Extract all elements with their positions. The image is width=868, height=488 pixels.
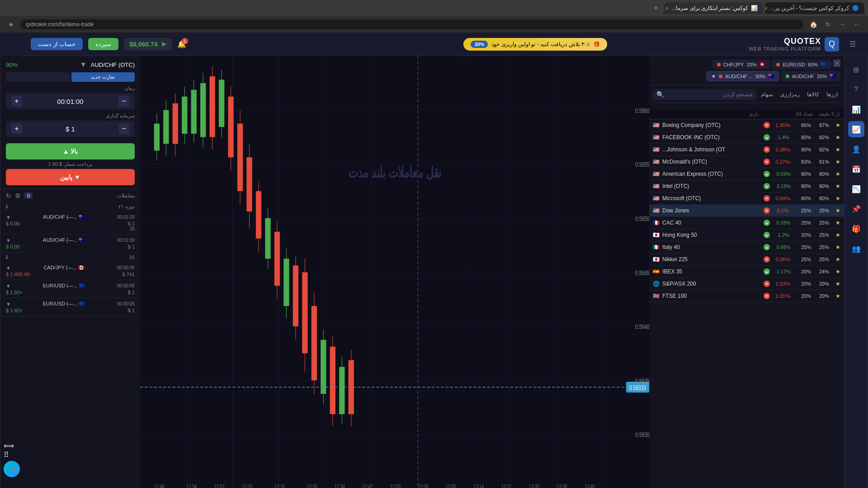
star-icon-13[interactable]: ★ (833, 281, 840, 287)
bookmark-button[interactable]: ★ (5, 20, 17, 29)
star-icon-6[interactable]: ★ (833, 195, 840, 202)
collapse-icon-3[interactable]: ▼ (6, 265, 11, 271)
star-icon-4[interactable]: ★ (833, 171, 840, 177)
star-icon-14[interactable]: ★ (833, 293, 840, 299)
asset-tab-eurusd[interactable]: EUR/USD 60% 🇪🇺 (772, 60, 831, 69)
asset-row-9[interactable]: ★ 25% 20% 1.2% ▲ Hong Kong 50 🇯🇵 (649, 229, 844, 241)
svg-text:11:46: 11:46 (154, 483, 165, 488)
collapse-icon-5[interactable]: ▼ (6, 301, 11, 307)
filter-stocks[interactable]: سهام (758, 90, 776, 99)
deal-amount-2: 1 $ (128, 244, 135, 249)
sidebar-item-gift[interactable]: 🎁 (848, 221, 864, 237)
direction-icon-1: ▲ (764, 134, 770, 141)
star-icon-7[interactable]: ★ (833, 207, 840, 214)
account-button[interactable]: حساب از دست (31, 38, 83, 50)
svg-text:12:50: 12:50 (390, 483, 401, 488)
direction-icon-6: ▼ (764, 195, 770, 202)
up-button[interactable]: بالا ▲ (6, 143, 135, 160)
asset-row-2[interactable]: ★ 82% 80% -2.38% ▼ Johnson & Johnson (OT… (649, 144, 844, 156)
drag-icon[interactable]: ⠿ (4, 450, 9, 459)
sidebar-item-calendar[interactable]: 📅 (848, 161, 864, 177)
asset-list: ★ 87% 86% -1.95% ▼ Boeing Company (OTC) … (649, 119, 844, 488)
collapse-icon-4[interactable]: ▼ (6, 283, 11, 289)
star-icon-9[interactable]: ★ (833, 232, 840, 238)
asset-row-11[interactable]: ★ 25% 25% -0.36% ▼ Nikkei 225 🇯🇵 (649, 253, 844, 266)
collapse-icon-1[interactable]: ▼ (6, 215, 11, 220)
star-icon-3[interactable]: ★ (833, 159, 840, 165)
collapse-icon-2[interactable]: ▼ (6, 238, 11, 243)
star-icon-12[interactable]: ★ (833, 268, 840, 275)
asset-row-14[interactable]: ★ 20% 20% -1.01% ▼ FTSE 100 🇬🇧 (649, 290, 844, 302)
back-button[interactable]: ← (851, 20, 863, 29)
asset-row-10[interactable]: ★ 25% 25% 0.88% ▲ Italy 40 🇮🇹 (649, 241, 844, 253)
asset-tab-chfjpy[interactable]: CHF/JPY 20% 🇨🇭 (712, 60, 770, 69)
star-icon-5[interactable]: ★ (833, 183, 840, 189)
star-icon-0[interactable]: ★ (833, 122, 840, 128)
deals-label: معاملات (117, 192, 135, 199)
new-tab-button[interactable]: + (650, 2, 662, 15)
star-icon-11[interactable]: ★ (833, 256, 840, 263)
chevron-down-icon[interactable]: ▼ (80, 61, 87, 68)
expiry-info-icon[interactable]: ℹ (6, 204, 8, 210)
promo-banner[interactable]: 🎁 ۳۰٪ بلاش دریافت کنید - تو اولین واریزی… (463, 38, 607, 51)
tab2-close[interactable]: ✕ (665, 6, 669, 11)
filter-commodities[interactable]: کالاها (804, 90, 822, 99)
sidebar-item-trade[interactable]: 📈 (848, 121, 864, 137)
asset-row-5[interactable]: ★ 80% 80% 3.19% ▲ Intel (OTC) 🇺🇸 (649, 180, 844, 192)
sidebar-item-analytics[interactable]: 📉 (848, 181, 864, 197)
sidebar-item-social[interactable]: 👥 (848, 240, 864, 257)
asset-tab-audchf2[interactable]: ▼ AUD/CHF ... 90% 🇦🇺 (706, 71, 779, 81)
svg-text:12:58: 12:58 (418, 483, 428, 488)
menu-icon[interactable]: ☰ (844, 36, 861, 52)
deal-item-4: 00:00:05 EUR/USD (—... 🇪🇺 ▼ 1 $ +1.92 $ (0, 280, 140, 298)
refresh-button[interactable]: ↻ (823, 20, 834, 29)
asset-row-0[interactable]: ★ 87% 86% -1.95% ▼ Boeing Company (OTC) … (649, 119, 844, 131)
asset-row-3[interactable]: ★ 81% 83% -0.27% ▼ McDonald's (OTC) 🇺🇸 (649, 156, 844, 168)
settings-icon[interactable]: ⚙ (15, 192, 21, 199)
asset-tab-audchf[interactable]: AUD/CHF 20% 🇦🇺 (781, 71, 840, 81)
asset-row-1[interactable]: ★ 82% 80% 1.4% ▲ FACEBOOK INC (OTC) 🇺🇸 (649, 131, 844, 144)
asset-name-11: Nikkei 225 🇯🇵 (653, 256, 762, 263)
copytrade-logo[interactable]: ∞ (4, 461, 20, 477)
mode-new-trade[interactable]: تجارت جدید (71, 72, 135, 82)
deposit-button[interactable]: سپرده (88, 38, 118, 50)
notification-area[interactable]: 🔔 1 (177, 40, 186, 48)
time-increase-button[interactable]: + (11, 96, 22, 107)
sidebar-item-pin[interactable]: 📌 (848, 201, 864, 217)
browser-tabs: 🔵 کروکر کوکس چیست؟ - آخرین پر... ✕ 📊 کوک… (0, 0, 868, 16)
star-icon-2[interactable]: ★ (833, 146, 840, 153)
browser-tab-1[interactable]: 🔵 کروکر کوکس چیست؟ - آخرین پر... ✕ (765, 2, 864, 14)
sidebar-item-help[interactable]: ? (848, 81, 864, 98)
refresh-icon[interactable]: ↻ (6, 192, 11, 199)
expiry-info-icon2[interactable]: ℹ (6, 254, 8, 260)
tab-close-all[interactable]: ✕ (833, 60, 840, 67)
asset-row-12[interactable]: ★ 24% 20% 1.17% ▲ IBEX 35 🇪🇸 (649, 266, 844, 278)
filter-crypto[interactable]: رمزارزی (778, 90, 802, 99)
asset-row-4[interactable]: ★ 80% 80% 0.59% ▲ American Express (OTC)… (649, 168, 844, 180)
asset-row-7[interactable]: ★ 25% 25% -0.1% ▼ Dow Jones 🇺🇸 (649, 205, 844, 217)
browser-tab-2[interactable]: 📊 کوکس: بستر ایتکاری برای سرما... ✕ (664, 2, 763, 14)
star-icon-1[interactable]: ★ (833, 134, 840, 141)
star-icon-8[interactable]: ★ (833, 220, 840, 226)
down-button[interactable]: ▼ پایین (6, 169, 135, 185)
address-bar[interactable]: qxbroker.com/fa/demo-trade (20, 19, 803, 29)
asset-row-8[interactable]: ★ 25% 25% 0.39% ▲ CAC 40 🇫🇷 (649, 217, 844, 229)
filter-currencies[interactable]: ارزها (824, 90, 840, 99)
asset-row-6[interactable]: ★ 80% 80% -0.04% ▼ Microsoft (OTC) 🇺🇸 (649, 192, 844, 205)
balance-area: ➤ $8,060.74 (124, 38, 171, 50)
forward-button[interactable]: → (836, 20, 848, 29)
amount-decrease-button[interactable]: − (118, 123, 129, 134)
star-icon-10[interactable]: ★ (833, 244, 840, 250)
home-button[interactable]: 🏠 (807, 20, 820, 29)
sidebar-item-users[interactable]: 👤 (848, 141, 864, 157)
sidebar-item-chart[interactable]: 📊 (848, 101, 864, 117)
logo-q: Q (829, 39, 835, 49)
resize-handle[interactable]: ⟺ (4, 441, 14, 450)
tab1-close[interactable]: ✕ (765, 6, 768, 11)
search-input[interactable] (664, 91, 753, 98)
asset-row-13[interactable]: ★ 20% 20% -1.03% ▼ S&P/ASX 200 🌐 (649, 278, 844, 290)
time-decrease-button[interactable]: − (118, 96, 129, 107)
amount-increase-button[interactable]: + (11, 123, 22, 134)
mode-pending[interactable] (6, 72, 70, 82)
sidebar-item-home[interactable]: ⊞ (848, 61, 864, 78)
